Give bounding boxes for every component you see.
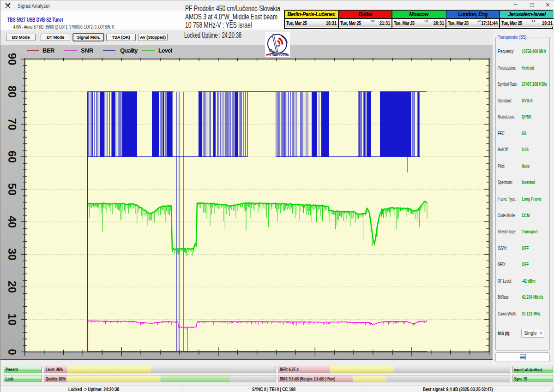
svg-text:0: 0 [6, 349, 18, 355]
svg-text:SATCS.COM: SATCS.COM [272, 53, 289, 57]
svg-text:DX: DX [266, 53, 272, 57]
